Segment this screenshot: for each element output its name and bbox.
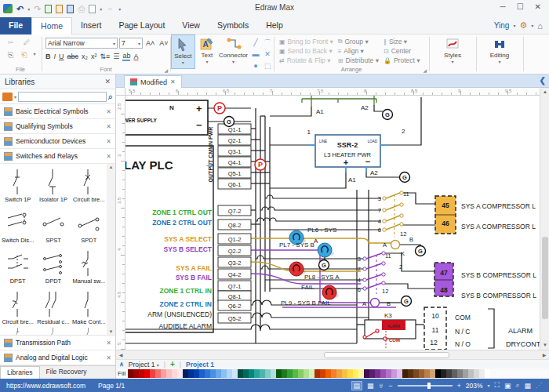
fill-color-swatch[interactable]	[413, 369, 419, 378]
font-size-select[interactable]: 7▾	[119, 38, 143, 49]
fill-color-swatch[interactable]	[128, 369, 133, 378]
symbol-spst[interactable]: SPST	[35, 205, 71, 245]
menu-tab-help[interactable]: Help	[257, 17, 292, 34]
connection-point-tool-icon[interactable]: ✕	[262, 49, 273, 60]
normal-view-icon[interactable]: ▤	[351, 381, 363, 390]
library-row-analog-and-digital-logic[interactable]: Analog and Digital Logic✕	[0, 350, 115, 365]
fill-color-swatch[interactable]	[391, 369, 397, 378]
fill-color-swatch[interactable]	[375, 369, 380, 378]
strikethrough-icon[interactable]: abc	[67, 53, 79, 60]
font-family-select[interactable]: Arial Narrow▾	[45, 38, 118, 49]
fill-color-swatch[interactable]	[424, 369, 430, 378]
fill-color-swatch[interactable]	[238, 369, 243, 378]
crop-tool-icon[interactable]: ⬚	[262, 60, 273, 71]
page-link[interactable]: Project 1	[186, 361, 214, 368]
fill-color-swatch[interactable]	[386, 369, 391, 378]
font-color-icon[interactable]: A	[133, 53, 138, 60]
zoom-out-icon[interactable]: −	[388, 382, 392, 390]
fill-color-swatch[interactable]	[446, 369, 452, 378]
connector-tool-button[interactable]: Connector▾	[219, 34, 248, 69]
paste-icon[interactable]: ⎘	[6, 51, 15, 60]
zoom-level[interactable]: 203%	[466, 382, 483, 390]
highlight-icon[interactable]: ab	[122, 52, 130, 61]
user-name[interactable]: Ying	[494, 21, 510, 30]
close-library-icon[interactable]: ✕	[106, 138, 111, 145]
close-library-icon[interactable]: ✕	[106, 153, 111, 160]
fill-color-swatch[interactable]	[342, 369, 347, 378]
arrange-rotate-flip-button[interactable]: ⇄Rotate & Flip ▾	[279, 56, 333, 64]
fill-color-swatch[interactable]	[336, 369, 342, 378]
grow-font-icon[interactable]: A˄	[144, 39, 156, 47]
sidebar-tab-file-recovery[interactable]: File Recovery	[40, 366, 93, 379]
fit-window-icon[interactable]: ⛶	[495, 381, 500, 390]
editing-button[interactable]: Editing▾	[485, 34, 514, 69]
symbol-make-cont-[interactable]: Make Cont...	[71, 286, 107, 327]
rectangle-tool-icon[interactable]: ▬	[250, 49, 261, 60]
library-row-transmission-path[interactable]: Transmission Path✕	[0, 336, 115, 350]
subscript-icon[interactable]: x₂	[82, 53, 88, 60]
zoom-in-icon[interactable]: +	[457, 382, 461, 390]
fill-color-swatch[interactable]	[457, 369, 463, 378]
library-row-semiconductor-devices[interactable]: Semiconductor Devices✕	[0, 134, 115, 149]
close-library-icon[interactable]: ✕	[106, 108, 111, 115]
fill-color-swatch[interactable]	[177, 369, 183, 378]
library-search-input[interactable]	[18, 92, 107, 102]
vscroll-thumb[interactable]	[542, 237, 548, 319]
copy-icon[interactable]: ⎗	[20, 51, 28, 60]
fill-color-swatch[interactable]	[408, 369, 413, 378]
fill-color-swatch[interactable]	[265, 369, 271, 378]
shrink-font-icon[interactable]: A˅	[158, 39, 169, 47]
fill-color-swatch[interactable]	[463, 369, 468, 378]
arrange-protect-button[interactable]: 🔒Protect ▾	[384, 56, 420, 64]
brush-icon[interactable]: 🖉	[22, 38, 32, 46]
status-url[interactable]: https://www.edrawsoft.com	[6, 382, 85, 390]
fill-color-swatch[interactable]	[347, 369, 353, 378]
close-icon[interactable]: ✕	[535, 2, 541, 11]
fill-color-swatch[interactable]	[282, 369, 287, 378]
menu-tab-file[interactable]: File	[0, 17, 31, 34]
text-tool-button[interactable]: A Text▾	[195, 34, 219, 69]
fill-color-swatch[interactable]	[293, 369, 298, 378]
fill-color-swatch[interactable]	[320, 369, 325, 378]
fill-color-swatch[interactable]	[194, 369, 199, 378]
fill-color-swatch[interactable]	[419, 369, 424, 378]
maximize-icon[interactable]: ☐	[517, 2, 524, 11]
arrange-align-button[interactable]: ≡Align ▾	[338, 47, 379, 55]
arrange-dialog-launcher[interactable]: ◢	[423, 67, 427, 73]
fill-color-swatch[interactable]	[210, 369, 216, 378]
line-spacing-icon[interactable]: ⇅≡	[100, 53, 111, 60]
select-tool-button[interactable]: Select▾	[171, 34, 195, 69]
arrange-bring-to-front-button[interactable]: ▣Bring to Front ▾	[279, 38, 333, 45]
symbol-partial[interactable]	[71, 327, 107, 336]
collapse-panel-icon[interactable]: ❮	[540, 76, 546, 85]
horizontal-scrollbar[interactable]: ◀ ▶	[116, 350, 549, 359]
fill-color-swatch[interactable]	[199, 369, 205, 378]
arrange-group-button[interactable]: ⧉Group ▾	[338, 38, 379, 45]
fill-color-swatch[interactable]	[276, 369, 282, 378]
fill-color-swatch[interactable]	[430, 369, 435, 378]
close-library-icon[interactable]: ✕	[106, 354, 111, 361]
fill-color-swatch[interactable]	[271, 369, 276, 378]
fill-color-swatch[interactable]	[249, 369, 254, 378]
close-document-icon[interactable]: ✕	[170, 78, 176, 85]
fill-color-swatch[interactable]	[139, 369, 144, 378]
fill-color-swatch[interactable]	[353, 369, 358, 378]
symbol-switch-1p[interactable]: Switch 1P	[0, 164, 35, 205]
underline-icon[interactable]: U	[59, 53, 64, 60]
fill-color-swatch[interactable]	[397, 369, 402, 378]
menu-tab-symbols[interactable]: Symbols	[209, 17, 257, 34]
add-page-icon[interactable]: +	[170, 360, 175, 368]
italic-icon[interactable]: I	[54, 53, 56, 60]
minimize-icon[interactable]: ─	[500, 2, 506, 11]
symbol-dpst[interactable]: DPST	[0, 245, 35, 286]
fill-color-swatch[interactable]	[325, 369, 331, 378]
symbol-residual-c-[interactable]: Residual c...	[35, 286, 71, 327]
fill-color-swatch[interactable]	[183, 369, 188, 378]
fill-color-swatch[interactable]	[287, 369, 293, 378]
menu-tab-home[interactable]: Home	[31, 17, 72, 34]
fill-color-swatch[interactable]	[155, 369, 161, 378]
page-view-icon[interactable]: ▦	[367, 382, 374, 390]
vertical-scrollbar[interactable]: ▲ ▼	[540, 88, 549, 350]
fill-color-swatch[interactable]	[331, 369, 336, 378]
fill-color-swatch[interactable]	[260, 369, 265, 378]
